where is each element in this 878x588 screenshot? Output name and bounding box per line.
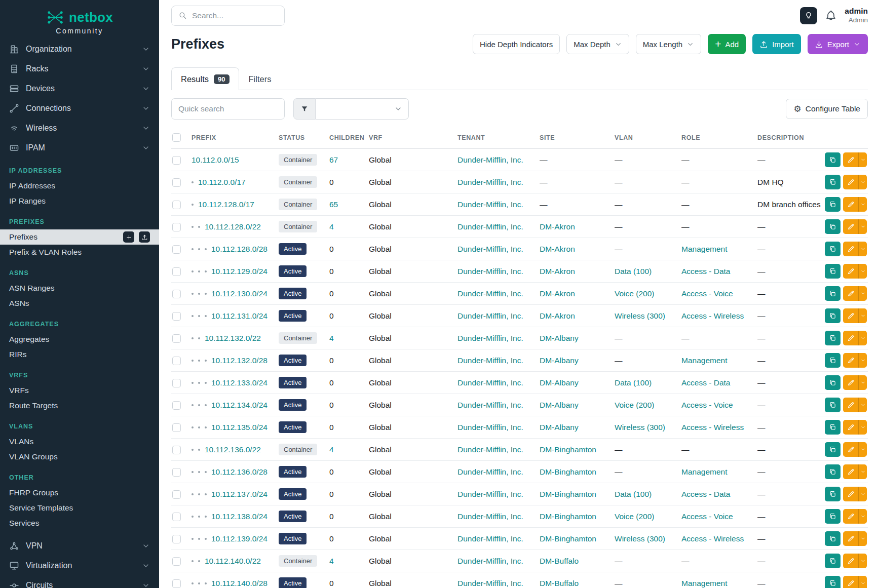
- sidebar-item-circuits[interactable]: Circuits: [0, 575, 159, 588]
- edit-button[interactable]: [843, 464, 858, 479]
- prefix-link[interactable]: 10.112.128.0/22: [205, 222, 261, 231]
- prefix-link[interactable]: 10.112.0.0/15: [192, 155, 239, 164]
- edit-button[interactable]: [843, 576, 858, 588]
- site-link[interactable]: DM-Buffalo: [540, 557, 579, 565]
- tenant-link[interactable]: Dunder-Mifflin, Inc.: [457, 155, 523, 164]
- children-link[interactable]: 4: [329, 557, 334, 565]
- site-link[interactable]: DM-Akron: [540, 222, 575, 231]
- prefix-link[interactable]: 10.112.134.0/24: [211, 401, 268, 409]
- prefix-link[interactable]: 10.112.138.0/24: [211, 512, 268, 521]
- vlan-link[interactable]: Data (100): [615, 490, 652, 498]
- vlan-link[interactable]: Voice (200): [615, 289, 654, 298]
- edit-button[interactable]: [843, 308, 858, 323]
- sidebar-item-devices[interactable]: Devices: [0, 79, 159, 98]
- role-link[interactable]: Access - Data: [681, 378, 730, 387]
- row-checkbox[interactable]: [172, 223, 181, 231]
- sidebar-item-vpn[interactable]: VPN: [0, 536, 159, 556]
- children-link[interactable]: 4: [329, 334, 334, 342]
- column-header-status[interactable]: STATUS: [279, 127, 329, 149]
- children-link[interactable]: 4: [329, 445, 334, 454]
- site-link[interactable]: DM-Akron: [540, 267, 575, 276]
- children-link[interactable]: 67: [329, 155, 338, 164]
- row-checkbox[interactable]: [172, 178, 181, 187]
- row-checkbox[interactable]: [172, 334, 181, 343]
- prefix-link[interactable]: 10.112.132.0/22: [205, 334, 261, 342]
- site-link[interactable]: DM-Akron: [540, 289, 575, 298]
- row-checkbox[interactable]: [172, 201, 181, 209]
- children-link[interactable]: 4: [329, 222, 334, 231]
- tenant-link[interactable]: Dunder-Mifflin, Inc.: [457, 311, 523, 320]
- tenant-link[interactable]: Dunder-Mifflin, Inc.: [457, 401, 523, 409]
- prefix-link[interactable]: 10.112.133.0/24: [211, 378, 268, 387]
- prefix-link[interactable]: 10.112.129.0/24: [211, 267, 268, 276]
- vlan-link[interactable]: Wireless (300): [615, 311, 665, 320]
- row-checkbox[interactable]: [172, 579, 181, 588]
- max-depth-dropdown[interactable]: Max Depth: [566, 34, 629, 54]
- prefix-link[interactable]: 10.112.135.0/24: [211, 423, 268, 432]
- clone-button[interactable]: [825, 464, 841, 479]
- sidebar-item-services[interactable]: Services: [0, 516, 159, 531]
- logo[interactable]: netbox Community: [0, 0, 159, 38]
- clone-button[interactable]: [825, 152, 841, 167]
- children-link[interactable]: 65: [329, 200, 338, 209]
- role-link[interactable]: Access - Voice: [681, 401, 733, 409]
- edit-button[interactable]: [843, 509, 858, 524]
- role-link[interactable]: Access - Wireless: [681, 423, 744, 432]
- prefix-link[interactable]: 10.112.128.0/17: [198, 200, 254, 209]
- row-checkbox[interactable]: [172, 357, 181, 365]
- tenant-link[interactable]: Dunder-Mifflin, Inc.: [457, 557, 523, 565]
- quick-import-button[interactable]: [139, 231, 150, 243]
- edit-dropdown-button[interactable]: [858, 242, 867, 256]
- clone-button[interactable]: [825, 219, 841, 234]
- role-link[interactable]: Management: [681, 579, 727, 587]
- tenant-link[interactable]: Dunder-Mifflin, Inc.: [457, 267, 523, 276]
- clone-button[interactable]: [825, 509, 841, 524]
- sidebar-item-ipam[interactable]: IPAM: [0, 138, 159, 158]
- vlan-link[interactable]: Voice (200): [615, 512, 654, 521]
- tenant-link[interactable]: Dunder-Mifflin, Inc.: [457, 423, 523, 432]
- site-link[interactable]: DM-Albany: [540, 334, 579, 342]
- clone-button[interactable]: [825, 286, 841, 301]
- column-header-children[interactable]: CHILDREN: [329, 127, 369, 149]
- vlan-link[interactable]: Wireless (300): [615, 534, 665, 543]
- clone-button[interactable]: [825, 398, 841, 412]
- edit-dropdown-button[interactable]: [858, 554, 867, 568]
- edit-dropdown-button[interactable]: [858, 308, 867, 323]
- quick-add-button[interactable]: [123, 231, 134, 243]
- site-link[interactable]: DM-Binghamton: [540, 534, 596, 543]
- row-checkbox[interactable]: [172, 267, 181, 276]
- row-checkbox[interactable]: [172, 535, 181, 543]
- edit-dropdown-button[interactable]: [858, 576, 867, 588]
- prefix-link[interactable]: 10.112.131.0/24: [211, 311, 268, 320]
- sidebar-item-vlan-groups[interactable]: VLAN Groups: [0, 449, 159, 464]
- role-link[interactable]: Access - Wireless: [681, 311, 744, 320]
- edit-dropdown-button[interactable]: [858, 219, 867, 234]
- column-header-role[interactable]: ROLE: [681, 127, 757, 149]
- edit-dropdown-button[interactable]: [858, 175, 867, 189]
- edit-button[interactable]: [843, 353, 858, 368]
- vlan-link[interactable]: Data (100): [615, 378, 652, 387]
- global-search[interactable]: [171, 6, 285, 26]
- row-checkbox[interactable]: [172, 446, 181, 454]
- theme-toggle-button[interactable]: [800, 7, 817, 24]
- edit-button[interactable]: [843, 487, 858, 501]
- edit-dropdown-button[interactable]: [858, 509, 867, 524]
- clone-button[interactable]: [825, 442, 841, 457]
- site-link[interactable]: DM-Binghamton: [540, 490, 596, 498]
- column-header-description[interactable]: DESCRIPTION: [757, 127, 821, 149]
- role-link[interactable]: Access - Data: [681, 267, 730, 276]
- edit-dropdown-button[interactable]: [858, 531, 867, 546]
- sidebar-item-vrfs[interactable]: VRFs: [0, 383, 159, 398]
- sidebar-item-prefix-vlan-roles[interactable]: Prefix & VLAN Roles: [0, 245, 159, 260]
- clone-button[interactable]: [825, 242, 841, 256]
- site-link[interactable]: DM-Akron: [540, 245, 575, 253]
- role-link[interactable]: Access - Data: [681, 490, 730, 498]
- tenant-link[interactable]: Dunder-Mifflin, Inc.: [457, 178, 523, 186]
- row-checkbox[interactable]: [172, 312, 181, 321]
- edit-button[interactable]: [843, 264, 858, 279]
- edit-button[interactable]: [843, 175, 858, 189]
- clone-button[interactable]: [825, 531, 841, 546]
- edit-dropdown-button[interactable]: [858, 353, 867, 368]
- vlan-link[interactable]: Voice (200): [615, 401, 654, 409]
- prefix-link[interactable]: 10.112.136.0/28: [211, 467, 268, 476]
